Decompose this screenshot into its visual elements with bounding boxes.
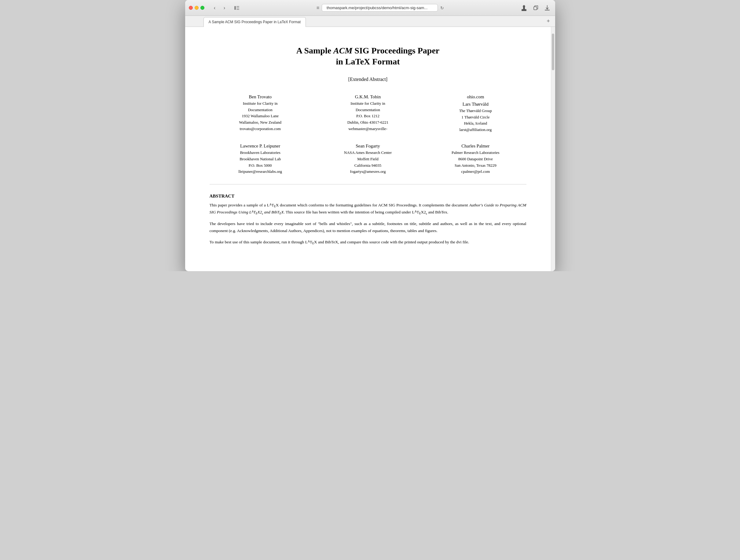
author-tobin: G.K.M. Tobin Institute for Clarity in Do… [317, 93, 419, 133]
divider [210, 184, 527, 185]
forward-button[interactable]: › [220, 4, 229, 12]
author-trovato-line2: Documentation [210, 107, 311, 113]
author-fogarty-line1: NASA Ames Research Center [317, 150, 419, 156]
svg-rect-0 [234, 6, 236, 10]
nav-buttons: ‹ › [210, 4, 229, 12]
paper-subtitle: [Extended Abstract] [210, 77, 527, 82]
svg-rect-1 [237, 6, 239, 7]
author-trovato-line3: 1932 Wallamaloo Lane [210, 113, 311, 119]
author-thørvald-line3: Hekla, Iceland [425, 120, 526, 127]
paper-title: A Sample ACM SIG Proceedings Paperin LaT… [210, 45, 527, 68]
author-thørvald: ohio.com Lars Thørväld The Thørväld Grou… [425, 93, 526, 133]
author-tobin-email: webmaster@marysville- [317, 126, 419, 132]
maximize-button[interactable] [200, 6, 204, 10]
duplicate-icon[interactable] [531, 4, 540, 12]
titlebar: ‹ › ≡ thomaspark.me/project/pubcss/demo/… [185, 0, 555, 16]
author-thørvald-line1: The Thørväld Group [425, 108, 526, 114]
abstract-title: ABSTRACT [210, 194, 527, 199]
svg-rect-7 [545, 10, 550, 10]
author-trovato-line4: Wallamaloo, New Zealand [210, 119, 311, 126]
author-ohio: ohio.com [425, 93, 526, 100]
author-leipuner-name: Lawrence P. Leipuner [210, 142, 311, 150]
author-leipuner: Lawrence P. Leipuner Brookhaven Laborato… [210, 142, 311, 175]
author-tobin-line1: Institute for Clarity in [317, 100, 419, 107]
share-icon[interactable] [520, 4, 528, 12]
menu-icon[interactable]: ≡ [316, 5, 319, 11]
add-tab-button[interactable]: + [544, 17, 553, 26]
authors-row-1: Ben Trovato Institute for Clarity in Doc… [210, 93, 527, 133]
sidebar-button[interactable] [233, 4, 241, 12]
active-tab[interactable]: A Sample ACM SIG Proceedings Paper in La… [203, 17, 306, 27]
tabbar: A Sample ACM SIG Proceedings Paper in La… [185, 16, 555, 27]
browser-window: ‹ › ≡ thomaspark.me/project/pubcss/demo/… [185, 0, 555, 271]
download-icon[interactable] [543, 4, 551, 12]
traffic-lights [189, 6, 204, 10]
abstract-paragraph-3: To make best use of this sample document… [210, 239, 527, 246]
url-bar[interactable]: thomaspark.me/project/pubcss/demo/html/a… [322, 4, 438, 12]
author-palmer-email: cpalmer@prl.com [425, 169, 526, 175]
toolbar-right [520, 4, 551, 12]
author-leipuner-line3: P.O. Box 5000 [210, 162, 311, 169]
scrollbar-thumb[interactable] [552, 33, 554, 70]
minimize-button[interactable] [195, 6, 199, 10]
tab-label: A Sample ACM SIG Proceedings Paper in La… [209, 20, 301, 24]
author-tobin-line3: P.O. Box 1212 [317, 113, 419, 119]
svg-rect-3 [237, 9, 239, 10]
author-thørvald-email: larst@affiliation.org [425, 127, 526, 133]
author-leipuner-line2: Brookhaven National Lab [210, 156, 311, 162]
author-fogarty: Sean Fogarty NASA Ames Research Center M… [317, 142, 419, 175]
author-leipuner-email: lleipuner@researchlabs.org [210, 169, 311, 175]
close-button[interactable] [189, 6, 193, 10]
author-fogarty-line2: Moffett Field [317, 156, 419, 162]
abstract-paragraph-2: The developers have tried to include eve… [210, 220, 527, 234]
author-leipuner-line1: Brookhaven Laboratories [210, 150, 311, 156]
author-fogarty-email: fogartys@amesres.org [317, 169, 419, 175]
author-fogarty-line3: California 94035 [317, 162, 419, 169]
url-bar-area: ≡ thomaspark.me/project/pubcss/demo/html… [244, 4, 517, 12]
author-trovato: Ben Trovato Institute for Clarity in Doc… [210, 93, 311, 133]
svg-rect-6 [534, 7, 537, 10]
paper-content: A Sample ACM SIG Proceedings Paperin LaT… [185, 27, 551, 271]
author-palmer-line1: Palmer Research Laboratories [425, 150, 526, 156]
author-palmer-name: Charles Palmer [425, 142, 526, 150]
author-fogarty-name: Sean Fogarty [317, 142, 419, 150]
svg-rect-2 [237, 8, 239, 8]
abstract-paragraph-1: This paper provides a sample of a LATEX … [210, 202, 527, 216]
author-thørvald-name: Lars Thørväld [425, 100, 526, 108]
authors-row-2: Lawrence P. Leipuner Brookhaven Laborato… [210, 142, 527, 175]
author-palmer: Charles Palmer Palmer Research Laborator… [425, 142, 526, 175]
author-thørvald-line2: 1 Thørväld Circle [425, 114, 526, 121]
content-area: A Sample ACM SIG Proceedings Paperin LaT… [185, 27, 555, 271]
author-trovato-line1: Institute for Clarity in [210, 100, 311, 107]
author-tobin-line2: Documentation [317, 107, 419, 113]
author-palmer-line2: 8600 Datapoint Drive [425, 156, 526, 162]
back-button[interactable]: ‹ [210, 4, 219, 12]
scrollbar[interactable] [551, 27, 555, 271]
svg-rect-4 [522, 9, 527, 10]
svg-rect-5 [522, 10, 527, 11]
reload-button[interactable]: ↻ [440, 5, 444, 10]
author-palmer-line3: San Antonio, Texas 78229 [425, 162, 526, 169]
author-trovato-name: Ben Trovato [210, 93, 311, 100]
author-trovato-email: trovato@corporation.com [210, 126, 311, 132]
abstract-section: ABSTRACT This paper provides a sample of… [210, 194, 527, 246]
author-tobin-line4: Dublin, Ohio 43017-6221 [317, 119, 419, 126]
author-tobin-name: G.K.M. Tobin [317, 93, 419, 100]
